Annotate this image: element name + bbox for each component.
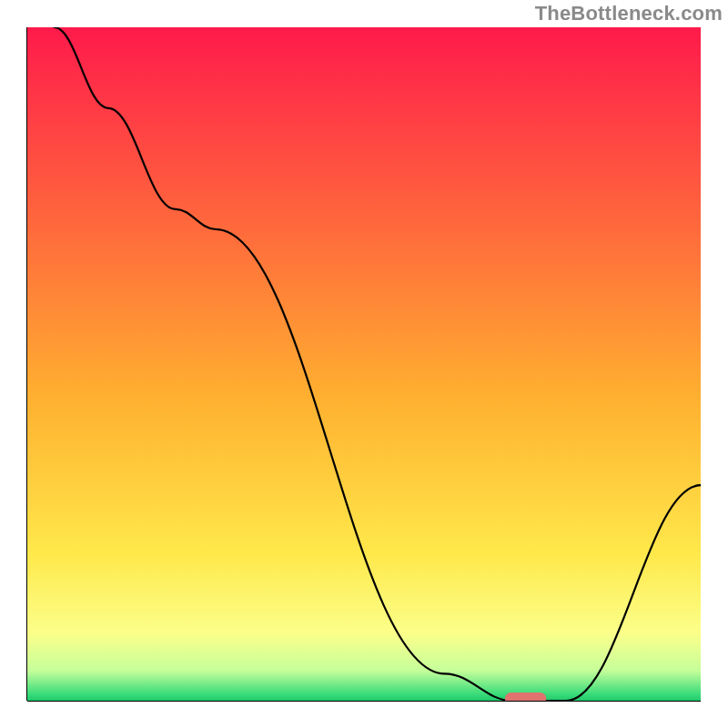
chart-container: TheBottleneck.com [0,0,728,728]
plot-area [27,27,701,701]
optimum-marker [505,693,545,702]
